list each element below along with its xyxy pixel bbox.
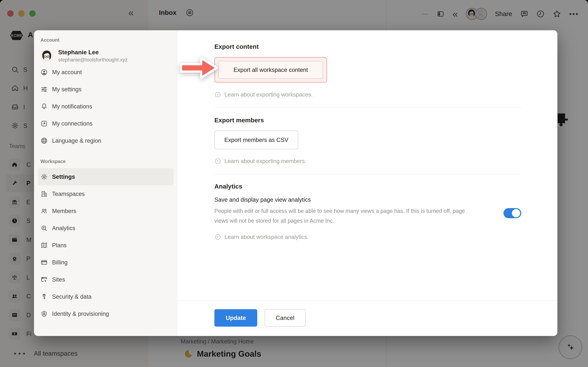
sliders-icon [40, 86, 48, 93]
globe-icon [40, 137, 48, 144]
page-view-analytics-toggle[interactable] [503, 208, 521, 218]
export-members-heading: Export members [214, 117, 521, 124]
section-divider [214, 108, 521, 108]
building-icon [40, 190, 48, 198]
settings-nav-billing[interactable]: Billing [38, 254, 174, 271]
question-circle-icon: ? [214, 91, 221, 98]
profile-row[interactable]: Stephanie Lee stephanie@toolsforthought.… [40, 49, 178, 63]
account-section-label: Account [40, 37, 178, 43]
page-view-analytics-description: People with edit or full access will be … [214, 206, 473, 226]
settings-sidebar: Account Stephanie Lee stephanie@toolsfor… [34, 30, 178, 336]
question-circle-icon: ? [214, 158, 221, 165]
section-divider [214, 174, 521, 174]
settings-nav-settings[interactable]: Settings [38, 168, 174, 185]
annotation-arrow-icon [180, 54, 218, 82]
magnifier-plus-icon [40, 225, 48, 232]
settings-content: Export content Export all workspace cont… [178, 30, 557, 336]
question-circle-icon: ? [214, 234, 221, 240]
settings-nav-sites[interactable]: Sites [38, 271, 174, 288]
settings-nav-plans[interactable]: Plans [38, 237, 174, 254]
settings-nav-teamspaces[interactable]: Teamspaces [38, 185, 174, 202]
svg-text:?: ? [217, 235, 219, 239]
settings-nav-members[interactable]: Members [38, 202, 174, 220]
profile-name: Stephanie Lee [58, 49, 128, 56]
page-view-analytics-title: Save and display page view analytics [214, 197, 475, 203]
update-button[interactable]: Update [214, 309, 257, 327]
learn-workspace-analytics-link[interactable]: ? Learn about workspace analytics. [214, 234, 521, 240]
person-icon [40, 68, 48, 76]
analytics-heading: Analytics [214, 183, 521, 190]
settings-modal: Account Stephanie Lee stephanie@toolsfor… [34, 30, 557, 336]
export-members-csv-button[interactable]: Export members as CSV [214, 131, 298, 149]
map-icon [40, 242, 48, 249]
workspace-section-label: Workspace [40, 159, 178, 164]
profile-email: stephanie@toolsforthought.xyz [58, 57, 128, 63]
settings-nav-analytics[interactable]: Analytics [38, 220, 174, 237]
svg-text:?: ? [217, 160, 219, 163]
settings-nav-my-settings[interactable]: My settings [38, 81, 174, 98]
key-icon [40, 293, 48, 300]
settings-nav-language-region[interactable]: Language & region [38, 132, 174, 149]
footer-divider [178, 300, 557, 301]
export-all-workspace-content-button[interactable]: Export all workspace content [218, 61, 323, 79]
id-badge-icon [40, 310, 48, 317]
browser-cursor-icon [40, 276, 48, 283]
settings-nav-my-connections[interactable]: My connections [38, 115, 174, 132]
credit-card-icon [40, 259, 48, 266]
members-icon [40, 207, 48, 215]
learn-exporting-members-link[interactable]: ? Learn about exporting members. [214, 158, 521, 165]
learn-exporting-workspaces-link[interactable]: ? Learn about exporting workspaces. [214, 91, 521, 98]
settings-nav-my-notifications[interactable]: My notifications [38, 98, 174, 115]
settings-nav-security-data[interactable]: Security & data [38, 288, 174, 305]
svg-text:?: ? [217, 93, 219, 96]
app-window: « Inbox ⋯ « Share [0, 0, 588, 367]
settings-nav-my-account[interactable]: My account [38, 64, 174, 81]
export-content-heading: Export content [214, 43, 521, 50]
settings-nav-identity-provisioning[interactable]: Identity & provisioning [38, 305, 174, 322]
arrow-out-square-icon [40, 120, 48, 127]
cancel-button[interactable]: Cancel [265, 309, 305, 327]
gear-icon [40, 173, 48, 180]
avatar [40, 49, 53, 62]
bell-icon [40, 103, 48, 110]
annotation-highlight-box: Export all workspace content [214, 57, 327, 83]
